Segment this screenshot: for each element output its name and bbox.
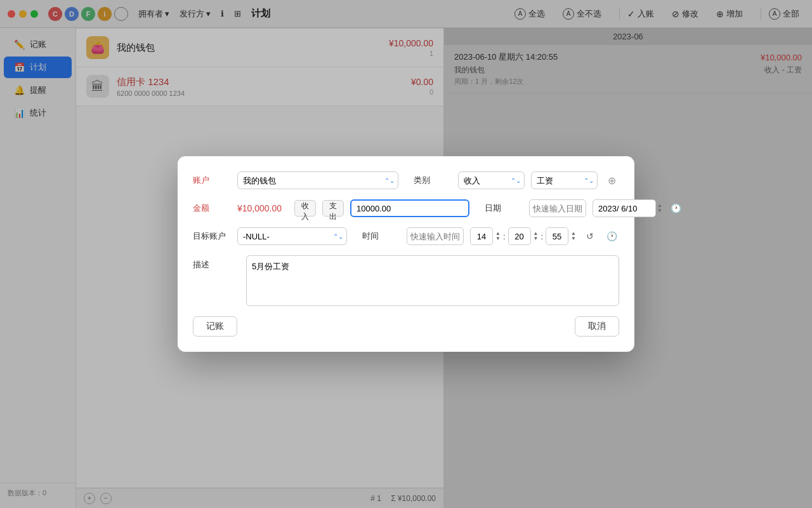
hour-spin-down[interactable]: ▼ — [495, 236, 501, 241]
date-value-wrapper: ▲ ▼ — [593, 199, 662, 217]
amount-display: ¥10,000.00 — [237, 203, 288, 213]
dialog-amount-field: 金额 ¥10,000.00 收入 支出 — [193, 199, 469, 217]
dialog-row-1: 账户 我的钱包 ⌃⌄ 类别 收入 ⌃⌄ — [193, 171, 619, 189]
desc-label: 描述 — [193, 255, 231, 271]
time-sep-2: : — [540, 232, 543, 241]
date-spinner: ▲ ▼ — [657, 203, 662, 213]
sec-spin-down[interactable]: ▼ — [571, 236, 576, 241]
dialog-account-field: 账户 我的钱包 ⌃⌄ — [193, 171, 398, 189]
dialog-time-field: 时间 ▲ ▼ : ▲ ▼ : — [362, 227, 619, 245]
target-label: 目标账户 — [193, 231, 231, 242]
date-calendar-icon[interactable]: 🕐 — [669, 201, 684, 216]
dialog-overlay: 账户 我的钱包 ⌃⌄ 类别 收入 ⌃⌄ — [0, 0, 812, 508]
time-min-input[interactable] — [508, 227, 531, 245]
category-select[interactable]: 收入 — [458, 171, 525, 189]
time-label: 时间 — [362, 231, 400, 242]
account-label: 账户 — [193, 175, 231, 186]
date-quick-input[interactable] — [529, 199, 586, 217]
target-select-wrapper: -NULL- ⌃⌄ — [237, 227, 347, 245]
date-spin-down[interactable]: ▼ — [657, 208, 662, 213]
cancel-button[interactable]: 取消 — [575, 316, 619, 337]
sec-spinner: ▲ ▼ — [571, 231, 576, 241]
date-input[interactable] — [593, 199, 656, 217]
amount-label: 金额 — [193, 203, 231, 214]
min-spinner: ▲ ▼ — [534, 231, 539, 241]
category-add-button[interactable]: ⊕ — [604, 173, 619, 188]
income-button[interactable]: 收入 — [294, 200, 316, 217]
account-select[interactable]: 我的钱包 — [237, 171, 398, 189]
dialog-desc-row: 描述 5月份工资 — [193, 255, 619, 306]
dialog: 账户 我的钱包 ⌃⌄ 类别 收入 ⌃⌄ — [178, 156, 634, 352]
target-select[interactable]: -NULL- — [237, 227, 347, 245]
dialog-target-field: 目标账户 -NULL- ⌃⌄ — [193, 227, 347, 245]
dialog-actions: 记账 取消 — [193, 316, 619, 337]
date-label: 日期 — [485, 203, 523, 214]
record-button[interactable]: 记账 — [193, 316, 237, 337]
hour-spinner: ▲ ▼ — [495, 231, 501, 241]
min-spin-down[interactable]: ▼ — [534, 236, 539, 241]
time-reset-icon[interactable]: ↺ — [582, 229, 598, 244]
time-quick-input[interactable] — [407, 227, 464, 245]
time-sep-1: : — [503, 232, 506, 241]
subcategory-select-wrapper: 工资 ⌃⌄ — [531, 171, 598, 189]
time-hour-input[interactable] — [470, 227, 493, 245]
category-select-wrapper: 收入 ⌃⌄ — [458, 171, 525, 189]
dialog-category-field: 类别 收入 ⌃⌄ 工资 ⌃⌄ ⊕ — [414, 171, 619, 189]
expense-button[interactable]: 支出 — [322, 200, 344, 217]
time-clock-icon[interactable]: 🕐 — [604, 229, 619, 244]
amount-input[interactable] — [350, 199, 469, 217]
dialog-row-3: 目标账户 -NULL- ⌃⌄ 时间 ▲ ▼ : — [193, 227, 619, 245]
time-sec-input[interactable] — [546, 227, 568, 245]
dialog-row-2: 金额 ¥10,000.00 收入 支出 日期 ▲ ▼ 🕐 — [193, 199, 619, 217]
category-label: 类别 — [414, 175, 452, 186]
subcategory-select[interactable]: 工资 — [531, 171, 598, 189]
time-inputs: ▲ ▼ : ▲ ▼ : ▲ ▼ — [470, 227, 576, 245]
desc-textarea[interactable]: 5月份工资 — [246, 255, 619, 306]
dialog-date-field: 日期 ▲ ▼ 🕐 — [485, 199, 684, 217]
account-select-wrapper: 我的钱包 ⌃⌄ — [237, 171, 398, 189]
